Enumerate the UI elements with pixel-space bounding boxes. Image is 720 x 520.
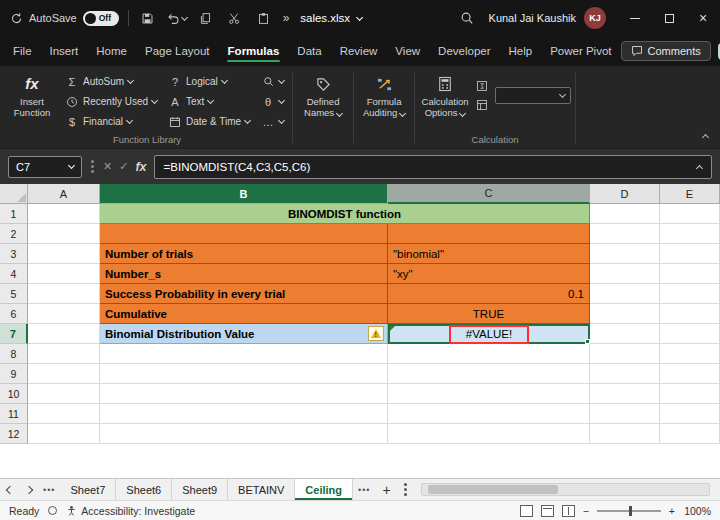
name-box[interactable]: C7 — [8, 156, 82, 178]
error-warning-button[interactable]: ! — [368, 326, 384, 341]
minimize-button[interactable] — [618, 0, 652, 36]
zoom-level[interactable]: 100% — [683, 505, 711, 517]
copy-icon[interactable] — [196, 7, 216, 29]
close-button[interactable]: × — [686, 0, 720, 36]
account-button[interactable]: Kunal Jai Kaushik KJ — [477, 7, 618, 29]
cell-b5[interactable]: Success Probability in every trial — [100, 284, 388, 304]
math-trig-button[interactable]: θ — [257, 92, 288, 111]
cell[interactable] — [660, 424, 720, 444]
document-title[interactable]: sales.xlsx — [300, 12, 362, 24]
row-header-1[interactable]: 1 — [0, 204, 28, 224]
ribbon-tab-developer[interactable]: Developer — [429, 39, 499, 66]
cell[interactable] — [100, 404, 388, 424]
cell-c7-selected[interactable]: #VALUE! — [388, 324, 590, 344]
sheet-options-icon[interactable] — [397, 479, 413, 500]
cell-d6[interactable] — [590, 304, 660, 324]
column-header-e[interactable]: E — [660, 184, 720, 204]
cell-b7[interactable]: Binomial Distribution Value ! — [100, 324, 388, 344]
cell[interactable] — [28, 364, 100, 384]
horizontal-scrollbar[interactable] — [421, 483, 710, 496]
column-header-b[interactable]: B — [100, 184, 388, 204]
normal-view-icon[interactable] — [520, 505, 533, 517]
sheet-nav-left-icon[interactable] — [0, 479, 19, 500]
row-header-11[interactable]: 11 — [0, 404, 28, 424]
cell-d7[interactable] — [590, 324, 660, 344]
autosum-button[interactable]: Σ AutoSum — [61, 72, 161, 91]
cell-d2[interactable] — [590, 224, 660, 244]
cell[interactable] — [660, 364, 720, 384]
more-functions-button[interactable]: … — [257, 112, 288, 131]
comments-button[interactable]: Comments — [621, 41, 711, 61]
cell-b1-c1-merged[interactable]: BINOMDIST function — [100, 204, 590, 224]
sheet-nav-right-icon[interactable] — [19, 479, 38, 500]
cell-e6[interactable] — [660, 304, 720, 324]
scrollbar-thumb[interactable] — [428, 485, 558, 494]
cell-d1[interactable] — [590, 204, 660, 224]
maximize-button[interactable] — [652, 0, 686, 36]
column-header-d[interactable]: D — [590, 184, 660, 204]
cell-a3[interactable] — [28, 244, 100, 264]
cell-e7[interactable] — [660, 324, 720, 344]
add-sheet-button[interactable]: + — [375, 479, 397, 500]
logical-button[interactable]: ? Logical — [164, 72, 254, 91]
cut-icon[interactable] — [225, 7, 245, 29]
ribbon-tab-formulas[interactable]: Formulas — [219, 39, 289, 66]
row-header-7[interactable]: 7 — [0, 324, 28, 344]
autosave-switch[interactable]: Off — [83, 11, 119, 26]
sheet-tab-ceiling[interactable]: Ceiling — [295, 479, 353, 500]
zoom-slider[interactable] — [597, 510, 661, 512]
date-time-button[interactable]: Date & Time — [164, 112, 254, 131]
cell[interactable] — [28, 404, 100, 424]
column-header-a[interactable]: A — [28, 184, 100, 204]
cell-d4[interactable] — [590, 264, 660, 284]
row-header-2[interactable]: 2 — [0, 224, 28, 244]
cell-a4[interactable] — [28, 264, 100, 284]
formula-auditing-button[interactable]: Formula Auditing — [358, 69, 410, 119]
ribbon-tab-home[interactable]: Home — [87, 39, 136, 66]
cell-e2[interactable] — [660, 224, 720, 244]
ribbon-tab-help[interactable]: Help — [500, 39, 542, 66]
cell-a6[interactable] — [28, 304, 100, 324]
sheet-overflow-right[interactable]: ••• — [353, 479, 375, 500]
cell[interactable] — [28, 344, 100, 364]
insert-function-button[interactable]: fx Insert Function — [6, 69, 58, 119]
zoom-slider-thumb[interactable] — [629, 506, 632, 516]
cell-e1[interactable] — [660, 204, 720, 224]
cell[interactable] — [28, 424, 100, 444]
cell-b2[interactable] — [100, 224, 388, 244]
cell[interactable] — [590, 424, 660, 444]
ribbon-tab-file[interactable]: File — [4, 39, 41, 66]
cell[interactable] — [590, 404, 660, 424]
cell-d5[interactable] — [590, 284, 660, 304]
cell[interactable] — [660, 344, 720, 364]
row-header-5[interactable]: 5 — [0, 284, 28, 304]
formula-input[interactable]: =BINOMDIST(C4,C3,C5,C6) — [154, 155, 712, 179]
select-all-corner[interactable] — [0, 184, 28, 204]
cell-b6[interactable]: Cumulative — [100, 304, 388, 324]
cell[interactable] — [100, 424, 388, 444]
row-header-8[interactable]: 8 — [0, 344, 28, 364]
row-header-9[interactable]: 9 — [0, 364, 28, 384]
row-header-3[interactable]: 3 — [0, 244, 28, 264]
cell[interactable] — [660, 404, 720, 424]
ribbon-combobox[interactable] — [495, 87, 571, 104]
cell[interactable] — [28, 384, 100, 404]
cell[interactable] — [100, 364, 388, 384]
accessibility-status[interactable]: Accessibility: Investigate — [66, 505, 195, 517]
cell-b3[interactable]: Number of trials — [100, 244, 388, 264]
cell-d3[interactable] — [590, 244, 660, 264]
page-layout-view-icon[interactable] — [541, 505, 554, 517]
cell[interactable] — [590, 384, 660, 404]
cell-a1[interactable] — [28, 204, 100, 224]
sheet-tab-sheet7[interactable]: Sheet7 — [60, 479, 116, 500]
quick-access-overflow-icon[interactable]: » — [283, 11, 290, 25]
cell-e5[interactable] — [660, 284, 720, 304]
cell-e4[interactable] — [660, 264, 720, 284]
row-header-4[interactable]: 4 — [0, 264, 28, 284]
cell[interactable] — [590, 344, 660, 364]
ribbon-tab-data[interactable]: Data — [288, 39, 330, 66]
cell-c3[interactable]: "binomial" — [388, 244, 590, 264]
sheet-overflow-left[interactable]: ••• — [38, 479, 60, 500]
column-header-c[interactable]: C — [388, 184, 590, 204]
cell-c2[interactable] — [388, 224, 590, 244]
